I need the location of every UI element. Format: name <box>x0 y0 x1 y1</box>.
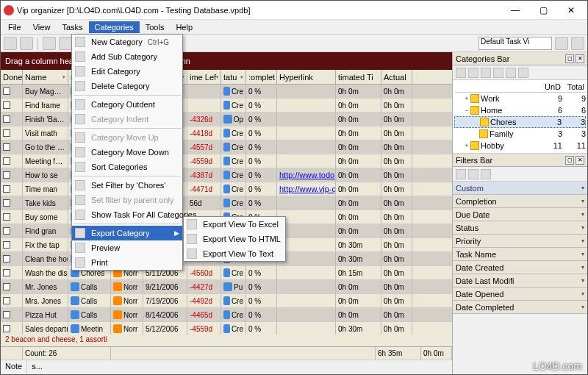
table-row[interactable]: Mr. JonesCallsNorr9/21/2006-4427dPu0 %0h… <box>1 280 452 294</box>
tree-item-chores[interactable]: Chores33 <box>454 116 586 128</box>
table-row[interactable]: Buy Mag…inUrgeCre0 %0h 0m0h 0m <box>1 85 452 99</box>
menu-item-export-view-to-text[interactable]: Export View To Text <box>184 246 285 261</box>
note-label[interactable]: Note <box>1 360 27 374</box>
menu-item-delete-category[interactable]: Delete Category <box>72 79 182 93</box>
checkbox[interactable] <box>3 325 10 332</box>
table-row[interactable]: Pizza HutCallsNorr8/14/2006-4465dCre0 %0… <box>1 308 452 322</box>
checkbox[interactable] <box>3 213 10 221</box>
col-name[interactable]: Name▾ <box>23 70 68 84</box>
menu-item-print[interactable]: Print <box>72 255 182 270</box>
tree-item-family[interactable]: Family33 <box>454 128 586 140</box>
checkbox[interactable] <box>3 157 10 165</box>
menu-view[interactable]: View <box>27 21 57 33</box>
filter-due-date[interactable]: Due Date▾ <box>453 208 587 221</box>
menu-item-export-view-to-html[interactable]: Export View To HTML <box>184 232 285 246</box>
table-row[interactable]: Visit mathngNorr9/30/2006-4418dCre0 %0h … <box>1 126 452 140</box>
table-row[interactable]: Take kids56dCre0 %0h 0m0h 0m <box>1 196 452 210</box>
hyperlink[interactable]: http://www.todolists <box>279 171 336 179</box>
menu-tasks[interactable]: Tasks <box>56 21 88 33</box>
checkbox[interactable] <box>3 269 10 276</box>
menu-item-add-sub-category[interactable]: Add Sub Category <box>72 49 182 64</box>
checkbox[interactable] <box>3 171 10 179</box>
filter-date-completed[interactable]: Date Completed▾ <box>453 301 587 314</box>
menu-file[interactable]: File <box>2 21 27 33</box>
checkbox[interactable] <box>3 101 10 109</box>
filter-status[interactable]: Status▾ <box>453 221 587 235</box>
filter-priority[interactable]: Priority▾ <box>453 235 587 248</box>
col-complete[interactable]: :omplet <box>246 70 277 84</box>
menu-item-edit-category[interactable]: Edit Category <box>72 64 182 79</box>
menu-help[interactable]: Help <box>170 21 198 33</box>
filter-completion[interactable]: Completion▾ <box>453 195 587 208</box>
menu-item-show-task-for-all-categories[interactable]: Show Task For All Categories <box>72 207 182 222</box>
table-row[interactable]: Wash the dishesChoresNorr5/11/2006-4560d… <box>1 266 452 280</box>
tree-item-work[interactable]: +Work99 <box>454 93 586 104</box>
checkbox[interactable] <box>3 88 10 95</box>
filter-custom[interactable]: Custom▾ <box>453 182 587 195</box>
col-status[interactable]: tatu▾ <box>221 70 246 84</box>
tb-print-icon[interactable] <box>43 37 56 50</box>
filter-clear-icon[interactable] <box>481 169 491 179</box>
filter-date-last-modifi[interactable]: Date Last Modifi▾ <box>453 274 587 288</box>
close-button[interactable]: ✕ <box>558 3 584 18</box>
table-row[interactable]: How to sedirHigh10/31/2006-4387dCre0 %ht… <box>1 168 452 182</box>
note-value[interactable]: s... <box>27 360 452 374</box>
cat-edit-icon[interactable] <box>481 68 491 78</box>
cat-del-icon[interactable] <box>493 68 503 78</box>
checkbox[interactable] <box>3 115 10 123</box>
tb-open-icon[interactable] <box>20 37 33 50</box>
table-row[interactable]: Time mandirNorr8/9/2006-4471dCre0 %http:… <box>1 182 452 196</box>
filter-task-name[interactable]: Task Name▾ <box>453 248 587 261</box>
col-estimated[interactable]: timated Ti <box>336 70 381 84</box>
menu-item-new-category[interactable]: New CategoryCtrl+G <box>72 35 182 49</box>
filter-add-icon[interactable] <box>456 169 466 179</box>
tb-new-icon[interactable] <box>4 37 17 50</box>
menu-item-export-category[interactable]: Export Category▶ <box>72 226 182 240</box>
checkbox[interactable] <box>3 283 10 290</box>
checkbox[interactable] <box>3 185 10 193</box>
checkbox[interactable] <box>3 311 10 318</box>
tree-item-hobby[interactable]: +Hobby1111 <box>454 140 586 151</box>
col-hyperlink[interactable]: Hyperlink <box>277 70 336 84</box>
col-actual[interactable]: Actual <box>381 70 412 84</box>
table-row[interactable]: Find framenirHighCre0 %0h 0m0h 0m <box>1 99 452 113</box>
menu-item-preview[interactable]: Preview <box>72 240 182 255</box>
view-selector[interactable]: Default Task Vi <box>478 37 552 50</box>
table-row[interactable]: Mrs. JonesCallsNorr7/19/2006-4492dCre0 %… <box>1 294 452 308</box>
table-row[interactable]: Sales departmentMeetinNorr5/12/2006-4559… <box>1 322 452 335</box>
tree-item-home[interactable]: −Home66 <box>454 104 586 116</box>
col-done[interactable]: Done▾ <box>1 70 23 84</box>
pin-icon[interactable]: ◻ <box>565 54 574 63</box>
table-row[interactable]: Finish 'Ba…ngNorr12/31/2006-4326dOp0 %0h… <box>1 113 452 126</box>
menu-item-export-view-to-excel[interactable]: Export View To Excel <box>184 217 285 232</box>
checkbox[interactable] <box>3 143 10 151</box>
tb-save-icon[interactable] <box>59 37 72 50</box>
menu-tools[interactable]: Tools <box>140 21 171 33</box>
filter-date-created[interactable]: Date Created▾ <box>453 261 587 274</box>
menu-item-category-move-down[interactable]: Category Move Down <box>72 145 182 160</box>
checkbox[interactable] <box>3 199 10 207</box>
menu-item-set-filter-by-chores-[interactable]: Set Filter by 'Chores' <box>72 178 182 193</box>
menu-item-category-outdent[interactable]: Category Outdent <box>72 97 182 112</box>
checkbox[interactable] <box>3 297 10 304</box>
filter-del-icon[interactable] <box>468 169 478 179</box>
minimize-button[interactable]: — <box>502 3 528 18</box>
checkbox[interactable] <box>3 227 10 235</box>
pin-icon[interactable]: ◻ <box>565 156 574 165</box>
checkbox[interactable] <box>3 241 10 249</box>
checkbox[interactable] <box>3 129 10 137</box>
cat-down-icon[interactable] <box>518 68 528 78</box>
cat-sub-icon[interactable] <box>468 68 478 78</box>
maximize-button[interactable]: ▢ <box>530 3 556 18</box>
cat-up-icon[interactable] <box>506 68 516 78</box>
tb-view-save-icon[interactable] <box>555 37 568 50</box>
tb-view-delete-icon[interactable] <box>571 37 584 50</box>
checkbox[interactable] <box>3 255 10 262</box>
table-row[interactable]: Meeting f…ngNorr5/12/2006-4559dCre0 %0h … <box>1 154 452 168</box>
filter-date-opened[interactable]: Date Opened▾ <box>453 288 587 301</box>
cat-new-icon[interactable] <box>456 68 466 78</box>
table-row[interactable]: Go to the …ngLowe5/14/2006-4557dCre0 %0h… <box>1 140 452 154</box>
menu-categories[interactable]: Categories <box>89 21 140 33</box>
hyperlink[interactable]: http://www.vip-qualit <box>279 185 336 193</box>
col-timeleft[interactable]: ime Lef▾ <box>187 70 221 84</box>
